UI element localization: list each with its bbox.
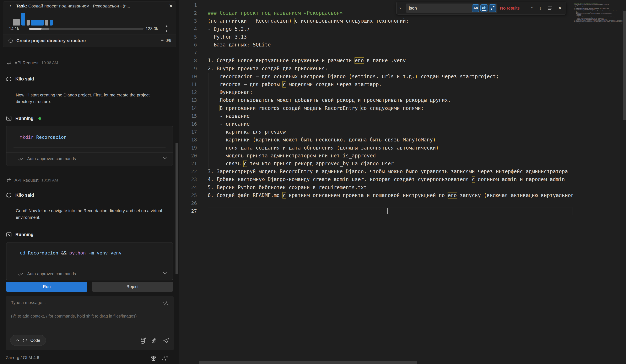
share-profile-icon[interactable] — [161, 355, 168, 361]
indent-guide — [208, 73, 209, 167]
chevron-down-icon[interactable] — [163, 156, 167, 159]
code-text: 4. Добавь кастомную Django-команду creat… — [208, 176, 472, 182]
code-line: - Python 3.13 — [208, 33, 573, 41]
message-composer[interactable]: Type a message... (@ to add context, / f… — [6, 296, 174, 350]
reject-button[interactable]: Reject — [92, 282, 173, 292]
regex-toggle[interactable]: * — [489, 4, 496, 12]
task-prefix: Task: — [16, 3, 27, 8]
code-text: ( — [349, 74, 352, 79]
api-request-time: 10:38 AM — [41, 61, 58, 65]
minimap-content: ### Создай проект под названием «Рекорда… — [574, 2, 623, 25]
minimap[interactable]: ### Создай проект под названием «Рекорда… — [573, 0, 623, 364]
api-request-icon — [6, 61, 12, 65]
tokens-total: 128.0k — [146, 26, 158, 31]
minimap-line — [574, 24, 623, 25]
code-text: создан через startproject; — [418, 74, 499, 79]
find-previous-icon[interactable]: ↑ — [529, 5, 535, 11]
running-status-dot — [39, 117, 41, 120]
find-widget: › json Aa ab * No results ↑ ↓ ✕ — [396, 2, 566, 15]
attach-file-icon[interactable] — [152, 338, 157, 344]
code-text: кратким описанием проекта и пошаговой ин… — [286, 193, 448, 198]
message-header: Kilo said — [6, 76, 34, 82]
unicode-highlight: с — [472, 176, 475, 182]
task-header[interactable]: › Task: Создай проект под названием «Рек… — [3, 1, 176, 11]
context-progress-bar[interactable] — [29, 28, 144, 30]
command-segment: mkdir — [20, 134, 34, 140]
speech-bubble-icon — [6, 76, 12, 82]
horizontal-scrollbar-slider[interactable] — [199, 361, 417, 364]
command-segment: -m — [86, 250, 94, 256]
find-in-selection-icon[interactable] — [546, 6, 554, 10]
find-collapse-icon[interactable]: › — [399, 5, 404, 11]
line-number: 4 — [180, 25, 197, 33]
auto-approved-row[interactable]: Auto-approved commands — [6, 268, 173, 280]
message-body: Now I'll start creating the Django proje… — [16, 92, 163, 105]
line-number: 27 — [180, 207, 197, 215]
chevron-down-icon[interactable] — [163, 271, 167, 274]
condense-context-icon[interactable] — [163, 25, 170, 33]
code-line: 2. Внутри проекта создай два приложения: — [208, 65, 573, 73]
regex-asterisk: * — [492, 4, 495, 11]
mode-selector[interactable]: Code — [10, 335, 46, 346]
whole-word-toggle[interactable]: ab — [480, 4, 488, 12]
command-segment: Recordacion — [25, 250, 61, 256]
code-line: - картинка для preview — [208, 128, 573, 136]
code-text: - Django 5.2.7 — [208, 26, 250, 32]
find-close-icon[interactable]: ✕ — [557, 5, 563, 11]
checklist-icon — [159, 38, 164, 43]
context-usage-icon[interactable] — [140, 337, 146, 344]
code-text: ( — [208, 18, 211, 24]
double-check-icon — [18, 157, 23, 161]
line-number: 18 — [180, 136, 197, 144]
enhance-prompt-icon[interactable] — [162, 300, 168, 306]
scales-icon[interactable] — [150, 355, 156, 361]
line-number: 21 — [180, 160, 197, 167]
code-text: - картинки — [208, 137, 253, 143]
command-text[interactable]: cd Recordacion && python -m venv venv — [20, 250, 121, 256]
send-icon[interactable] — [163, 338, 169, 344]
code-line: - Django 5.2.7 — [208, 25, 573, 33]
close-icon[interactable]: ✕ — [169, 3, 173, 9]
code-line: 5. Версии Python библиотек сохрани в req… — [208, 184, 573, 192]
mode-label: Code — [30, 338, 40, 343]
unicode-highlight: с — [244, 161, 246, 166]
auto-approved-row[interactable]: Auto-approved commands — [6, 152, 173, 166]
model-label[interactable]: Zai-org / GLM 4.6 — [6, 355, 39, 360]
find-input[interactable]: json Aa ab * — [406, 3, 498, 13]
vertical-scrollbar-slider[interactable] — [623, 11, 626, 120]
text-cursor — [387, 208, 388, 214]
run-button[interactable]: Run — [6, 282, 87, 292]
code-line: 3. Зарегистрируй модель RecordEntry в ад… — [208, 167, 573, 175]
code-text: по-английски — Recordacion — [211, 18, 289, 24]
code-text: Функционал: — [208, 89, 253, 95]
line-number: 12 — [180, 88, 197, 96]
code-text: должны заполняться автоматически — [340, 145, 436, 151]
code-text: запуску — [457, 193, 484, 198]
vertical-scrollbar[interactable] — [623, 0, 626, 364]
api-request-label: API Request — [15, 178, 39, 183]
line-number: 8 — [180, 57, 197, 65]
terminal-icon — [6, 116, 12, 121]
todo-row[interactable]: Create project directory structure 0/9 — [3, 34, 176, 47]
editor-gutter: 1234567891011121314151617181920212223242… — [179, 0, 198, 364]
command-text[interactable]: mkdir Recordacion — [20, 134, 67, 140]
horizontal-scrollbar[interactable] — [199, 361, 573, 364]
match-case-toggle[interactable]: Aa — [472, 4, 479, 12]
progress-bright-segment — [29, 28, 41, 30]
editor-content[interactable]: ### Создай проект под названием «Рекорда… — [208, 0, 573, 364]
find-next-icon[interactable]: ↓ — [538, 5, 544, 11]
code-line: В приложении records создай модель Recor… — [208, 104, 573, 112]
line-number: 24 — [180, 184, 197, 192]
code-text: приложении records создай модель RecordE… — [223, 105, 361, 111]
code-text: ) — [289, 18, 292, 24]
usage-bar — [31, 20, 44, 26]
code-line: records — для работы с моделями создан ч… — [208, 80, 573, 88]
chevron-right-icon[interactable]: › — [10, 3, 11, 9]
code-editor[interactable]: 1234567891011121314151617181920212223242… — [179, 0, 626, 364]
code-text: тем кто принял рекорд approved_by на dja… — [247, 161, 394, 166]
code-line: Любой пользователь может добавить свой р… — [208, 96, 573, 104]
line-number: 14 — [180, 104, 197, 112]
sidebar-scrollbar[interactable] — [176, 143, 178, 274]
code-line: 4. Добавь кастомную Django-команду creat… — [208, 175, 573, 183]
code-line: (по-английски — Recordacion) с использов… — [208, 17, 573, 25]
